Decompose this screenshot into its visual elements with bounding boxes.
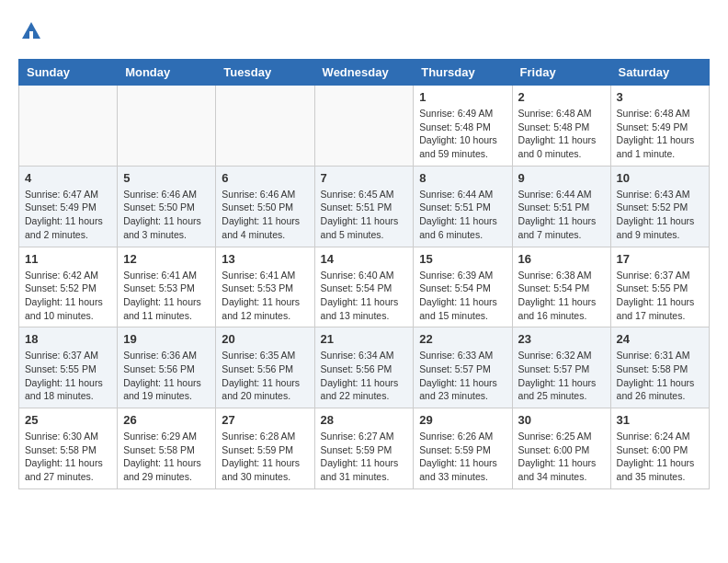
calendar-cell: [118, 86, 216, 167]
day-info: Sunrise: 6:35 AM Sunset: 5:56 PM Dayligh…: [222, 349, 308, 403]
day-info: Sunrise: 6:26 AM Sunset: 5:59 PM Dayligh…: [419, 430, 506, 484]
day-info: Sunrise: 6:28 AM Sunset: 5:59 PM Dayligh…: [222, 430, 308, 484]
day-info: Sunrise: 6:46 AM Sunset: 5:50 PM Dayligh…: [123, 188, 210, 242]
day-info: Sunrise: 6:40 AM Sunset: 5:54 PM Dayligh…: [321, 269, 408, 323]
day-number: 21: [321, 332, 408, 346]
calendar-cell: 17Sunrise: 6:37 AM Sunset: 5:55 PM Dayli…: [610, 247, 709, 327]
day-number: 24: [617, 332, 703, 346]
week-row-5: 25Sunrise: 6:30 AM Sunset: 5:58 PM Dayli…: [19, 408, 710, 489]
day-info: Sunrise: 6:30 AM Sunset: 5:58 PM Dayligh…: [25, 430, 111, 484]
week-row-2: 4Sunrise: 6:47 AM Sunset: 5:49 PM Daylig…: [19, 166, 710, 247]
calendar-cell: 31Sunrise: 6:24 AM Sunset: 6:00 PM Dayli…: [610, 408, 709, 489]
calendar-cell: 18Sunrise: 6:37 AM Sunset: 5:55 PM Dayli…: [19, 327, 118, 408]
calendar-cell: 7Sunrise: 6:45 AM Sunset: 5:51 PM Daylig…: [314, 166, 414, 247]
calendar-cell: 2Sunrise: 6:48 AM Sunset: 5:48 PM Daylig…: [512, 86, 610, 167]
day-info: Sunrise: 6:31 AM Sunset: 5:58 PM Dayligh…: [617, 349, 703, 403]
calendar-cell: 6Sunrise: 6:46 AM Sunset: 5:50 PM Daylig…: [216, 166, 314, 247]
day-number: 20: [222, 332, 308, 346]
column-header-friday: Friday: [512, 60, 610, 86]
week-row-3: 11Sunrise: 6:42 AM Sunset: 5:52 PM Dayli…: [19, 247, 710, 327]
day-info: Sunrise: 6:24 AM Sunset: 6:00 PM Dayligh…: [617, 430, 703, 484]
day-number: 13: [222, 252, 308, 266]
day-number: 25: [25, 413, 111, 427]
calendar-cell: 8Sunrise: 6:44 AM Sunset: 5:51 PM Daylig…: [414, 166, 512, 247]
column-header-tuesday: Tuesday: [216, 60, 314, 86]
day-info: Sunrise: 6:32 AM Sunset: 5:57 PM Dayligh…: [518, 349, 605, 403]
logo: [18, 18, 48, 44]
calendar-cell: 15Sunrise: 6:39 AM Sunset: 5:54 PM Dayli…: [414, 247, 512, 327]
day-info: Sunrise: 6:41 AM Sunset: 5:53 PM Dayligh…: [123, 269, 210, 323]
calendar-table: SundayMondayTuesdayWednesdayThursdayFrid…: [18, 59, 710, 489]
calendar-cell: 29Sunrise: 6:26 AM Sunset: 5:59 PM Dayli…: [414, 408, 512, 489]
calendar-cell: 24Sunrise: 6:31 AM Sunset: 5:58 PM Dayli…: [610, 327, 709, 408]
day-info: Sunrise: 6:47 AM Sunset: 5:49 PM Dayligh…: [25, 188, 111, 242]
day-number: 12: [123, 252, 210, 266]
day-info: Sunrise: 6:33 AM Sunset: 5:57 PM Dayligh…: [419, 349, 506, 403]
day-number: 5: [123, 171, 210, 185]
day-info: Sunrise: 6:25 AM Sunset: 6:00 PM Dayligh…: [518, 430, 605, 484]
day-number: 28: [321, 413, 408, 427]
day-info: Sunrise: 6:29 AM Sunset: 5:58 PM Dayligh…: [123, 430, 210, 484]
calendar-cell: 26Sunrise: 6:29 AM Sunset: 5:58 PM Dayli…: [118, 408, 216, 489]
calendar-cell: 25Sunrise: 6:30 AM Sunset: 5:58 PM Dayli…: [19, 408, 118, 489]
day-number: 8: [419, 171, 506, 185]
day-number: 7: [321, 171, 408, 185]
day-number: 18: [25, 332, 111, 346]
calendar-cell: 12Sunrise: 6:41 AM Sunset: 5:53 PM Dayli…: [118, 247, 216, 327]
calendar-cell: [314, 86, 414, 167]
calendar-cell: 16Sunrise: 6:38 AM Sunset: 5:54 PM Dayli…: [512, 247, 610, 327]
column-header-saturday: Saturday: [610, 60, 709, 86]
day-info: Sunrise: 6:46 AM Sunset: 5:50 PM Dayligh…: [222, 188, 308, 242]
column-header-thursday: Thursday: [414, 60, 512, 86]
calendar-cell: 9Sunrise: 6:44 AM Sunset: 5:51 PM Daylig…: [512, 166, 610, 247]
calendar-cell: 1Sunrise: 6:49 AM Sunset: 5:48 PM Daylig…: [414, 86, 512, 167]
column-header-monday: Monday: [118, 60, 216, 86]
calendar-cell: 19Sunrise: 6:36 AM Sunset: 5:56 PM Dayli…: [118, 327, 216, 408]
day-info: Sunrise: 6:45 AM Sunset: 5:51 PM Dayligh…: [321, 188, 408, 242]
calendar-cell: 14Sunrise: 6:40 AM Sunset: 5:54 PM Dayli…: [314, 247, 414, 327]
day-info: Sunrise: 6:36 AM Sunset: 5:56 PM Dayligh…: [123, 349, 210, 403]
week-row-1: 1Sunrise: 6:49 AM Sunset: 5:48 PM Daylig…: [19, 86, 710, 167]
day-info: Sunrise: 6:34 AM Sunset: 5:56 PM Dayligh…: [321, 349, 408, 403]
day-info: Sunrise: 6:42 AM Sunset: 5:52 PM Dayligh…: [25, 269, 111, 323]
day-number: 1: [419, 90, 506, 104]
day-number: 29: [419, 413, 506, 427]
day-number: 19: [123, 332, 210, 346]
day-info: Sunrise: 6:41 AM Sunset: 5:53 PM Dayligh…: [222, 269, 308, 323]
day-number: 10: [617, 171, 703, 185]
calendar-cell: 28Sunrise: 6:27 AM Sunset: 5:59 PM Dayli…: [314, 408, 414, 489]
calendar-cell: 10Sunrise: 6:43 AM Sunset: 5:52 PM Dayli…: [610, 166, 709, 247]
calendar-cell: 13Sunrise: 6:41 AM Sunset: 5:53 PM Dayli…: [216, 247, 314, 327]
day-number: 11: [25, 252, 111, 266]
day-info: Sunrise: 6:37 AM Sunset: 5:55 PM Dayligh…: [617, 269, 703, 323]
day-info: Sunrise: 6:38 AM Sunset: 5:54 PM Dayligh…: [518, 269, 605, 323]
day-number: 2: [518, 90, 605, 104]
day-info: Sunrise: 6:49 AM Sunset: 5:48 PM Dayligh…: [419, 107, 506, 161]
day-number: 31: [617, 413, 703, 427]
calendar-cell: 21Sunrise: 6:34 AM Sunset: 5:56 PM Dayli…: [314, 327, 414, 408]
day-info: Sunrise: 6:37 AM Sunset: 5:55 PM Dayligh…: [25, 349, 111, 403]
day-number: 16: [518, 252, 605, 266]
day-info: Sunrise: 6:44 AM Sunset: 5:51 PM Dayligh…: [518, 188, 605, 242]
day-info: Sunrise: 6:27 AM Sunset: 5:59 PM Dayligh…: [321, 430, 408, 484]
day-number: 15: [419, 252, 506, 266]
day-number: 26: [123, 413, 210, 427]
calendar-cell: 5Sunrise: 6:46 AM Sunset: 5:50 PM Daylig…: [118, 166, 216, 247]
calendar-cell: 11Sunrise: 6:42 AM Sunset: 5:52 PM Dayli…: [19, 247, 118, 327]
calendar-cell: 20Sunrise: 6:35 AM Sunset: 5:56 PM Dayli…: [216, 327, 314, 408]
calendar-cell: 27Sunrise: 6:28 AM Sunset: 5:59 PM Dayli…: [216, 408, 314, 489]
day-number: 17: [617, 252, 703, 266]
day-number: 22: [419, 332, 506, 346]
page-header: [18, 18, 710, 44]
day-number: 4: [25, 171, 111, 185]
day-info: Sunrise: 6:39 AM Sunset: 5:54 PM Dayligh…: [419, 269, 506, 323]
day-number: 27: [222, 413, 308, 427]
day-number: 23: [518, 332, 605, 346]
day-number: 9: [518, 171, 605, 185]
column-header-wednesday: Wednesday: [314, 60, 414, 86]
day-number: 6: [222, 171, 308, 185]
calendar-cell: 23Sunrise: 6:32 AM Sunset: 5:57 PM Dayli…: [512, 327, 610, 408]
day-info: Sunrise: 6:44 AM Sunset: 5:51 PM Dayligh…: [419, 188, 506, 242]
week-row-4: 18Sunrise: 6:37 AM Sunset: 5:55 PM Dayli…: [19, 327, 710, 408]
day-info: Sunrise: 6:43 AM Sunset: 5:52 PM Dayligh…: [617, 188, 703, 242]
